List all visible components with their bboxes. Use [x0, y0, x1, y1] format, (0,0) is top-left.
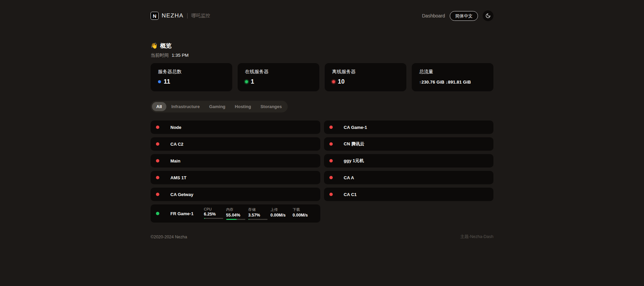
stat-status-dot: [332, 80, 335, 83]
stat-card: 服务器总数 11: [151, 63, 232, 91]
metric-value: 6.25%: [204, 212, 226, 217]
tab-storanges[interactable]: Storanges: [256, 102, 286, 111]
server-status-dot: [329, 159, 333, 162]
metric-label: 存储: [248, 207, 270, 212]
stat-card-label: 总流量: [419, 69, 486, 75]
metric-label: 内存: [226, 207, 248, 212]
server-column-right: CA Game-1 CN 腾讯云 ggy 1元机 CA A CA C1: [324, 121, 494, 201]
logo-letter: N: [153, 13, 157, 19]
server-status-dot: [156, 193, 159, 196]
server-row[interactable]: Main: [151, 154, 320, 168]
server-grid: Node CA C2 Main AMS 1T CA Getway FR Game…: [151, 121, 493, 223]
server-name: Main: [170, 158, 180, 163]
metric-label: 上传: [271, 207, 292, 212]
metric-progress-fill: [226, 219, 237, 220]
server-row[interactable]: CA C2: [151, 137, 320, 151]
stat-card-value: 1: [251, 78, 254, 85]
server-name: CN 腾讯云: [344, 141, 364, 147]
server-name: CA Getway: [170, 192, 193, 197]
server-row[interactable]: AMS 1T: [151, 171, 320, 184]
metric-value: 0.00M/s: [271, 213, 292, 218]
tab-infrastructure[interactable]: Infrastructure: [167, 102, 204, 111]
tab-hosting[interactable]: Hosting: [231, 102, 255, 111]
server-status-dot: [156, 212, 159, 215]
server-status-dot: [329, 142, 333, 146]
server-name: AMS 1T: [170, 175, 187, 180]
theme-toggle-button[interactable]: [483, 10, 493, 21]
stat-card-value: ↑230.76 GiB ↓891.81 GiB: [419, 80, 471, 85]
server-row[interactable]: FR Game-1 CPU 6.25% 内存 55.04% 存储 3.57% 上…: [151, 204, 320, 223]
stat-status-dot: [158, 80, 161, 83]
footer: ©2020-2024 Nezha 主题-Nezha-Dash: [151, 234, 493, 240]
server-row[interactable]: ggy 1元机: [324, 154, 494, 168]
server-row[interactable]: CA Game-1: [324, 121, 494, 134]
overview-title-text: 概览: [160, 42, 171, 50]
server-row[interactable]: CA C1: [324, 188, 494, 201]
server-name: CA Game-1: [344, 125, 367, 130]
moon-icon: [485, 13, 491, 18]
server-status-dot: [329, 193, 333, 196]
language-button[interactable]: 简体中文: [450, 11, 478, 21]
server-metric: CPU 6.25%: [204, 207, 226, 220]
metric-progress-bar: [226, 219, 245, 220]
n-letter-logo-icon: N: [151, 12, 159, 20]
dashboard-link[interactable]: Dashboard: [422, 13, 445, 18]
stat-card-value: 11: [164, 78, 170, 85]
header-nav: Dashboard 简体中文: [422, 10, 494, 21]
metric-label: CPU: [204, 207, 226, 211]
stat-card-value-row: 1: [245, 78, 312, 85]
metric-progress-bar: [248, 219, 268, 220]
stat-card-label: 离线服务器: [332, 69, 399, 75]
header: N NEZHA 哪吒监控 Dashboard 简体中文: [151, 0, 493, 22]
stat-card-value-row: ↑230.76 GiB ↓891.81 GiB: [419, 78, 486, 85]
server-metric: 存储 3.57%: [248, 207, 270, 220]
stat-card-label: 在线服务器: [245, 69, 312, 75]
server-metric: 下载 0.00M/s: [293, 207, 314, 220]
server-group-tabs: All Infrastructure Gaming Hosting Storan…: [151, 101, 288, 112]
server-status-dot: [156, 176, 159, 179]
brand-subtitle: 哪吒监控: [191, 13, 210, 19]
wave-emoji: 👋: [151, 42, 158, 49]
server-row[interactable]: Node: [151, 121, 320, 134]
server-status-dot: [156, 126, 159, 129]
metric-value: 0.00M/s: [293, 213, 314, 218]
server-name: ggy 1元机: [344, 158, 364, 164]
server-column-left: Node CA C2 Main AMS 1T CA Getway FR Game…: [151, 121, 320, 223]
server-status-dot: [156, 142, 159, 146]
server-name: FR Game-1: [170, 211, 194, 216]
server-status-dot: [329, 176, 333, 179]
current-time-label: 当前时间: [151, 53, 169, 58]
current-time-row: 当前时间 1:35 PM: [151, 52, 493, 58]
server-status-dot: [329, 126, 333, 129]
stat-card-value-row: 10: [332, 78, 399, 85]
tab-all[interactable]: All: [152, 102, 166, 111]
server-row[interactable]: CA Getway: [151, 188, 320, 201]
metric-progress-fill: [204, 218, 205, 219]
metric-value: 55.04%: [226, 213, 248, 218]
server-name: CA A: [344, 175, 354, 180]
server-name: CA C1: [344, 192, 357, 197]
metric-progress-fill: [248, 219, 249, 220]
page-title: 👋 概览: [151, 42, 493, 50]
brand-divider: [187, 13, 188, 18]
tab-gaming[interactable]: Gaming: [205, 102, 230, 111]
theme-credit-link[interactable]: 主题-Nezha-Dash: [460, 234, 493, 240]
stat-card-value: 10: [338, 78, 345, 85]
server-row[interactable]: CN 腾讯云: [324, 137, 494, 151]
server-metric: 内存 55.04%: [226, 207, 248, 220]
server-metric: 上传 0.00M/s: [271, 207, 292, 220]
server-name: Node: [170, 125, 182, 130]
brand-name: NEZHA: [162, 12, 184, 19]
copyright-text: ©2020-2024 Nezha: [151, 235, 187, 239]
page-container: N NEZHA 哪吒监控 Dashboard 简体中文 👋 概览 当前时间 1:…: [151, 0, 493, 240]
stat-card-grid: 服务器总数 11 在线服务器 1 离线服务器 10 总流量 ↑230.76 Gi…: [151, 63, 493, 91]
current-time-value: 1:35 PM: [172, 53, 189, 58]
brand-home-link[interactable]: N NEZHA 哪吒监控: [151, 12, 210, 20]
stat-card: 离线服务器 10: [325, 63, 406, 91]
server-status-dot: [156, 159, 159, 162]
stat-card-value-row: 11: [158, 78, 225, 85]
server-metrics-strip: CPU 6.25% 内存 55.04% 存储 3.57% 上传 0.00M/s …: [204, 207, 315, 220]
metric-value: 3.57%: [248, 213, 270, 218]
metric-progress-bar: [204, 218, 223, 219]
server-row[interactable]: CA A: [324, 171, 494, 184]
